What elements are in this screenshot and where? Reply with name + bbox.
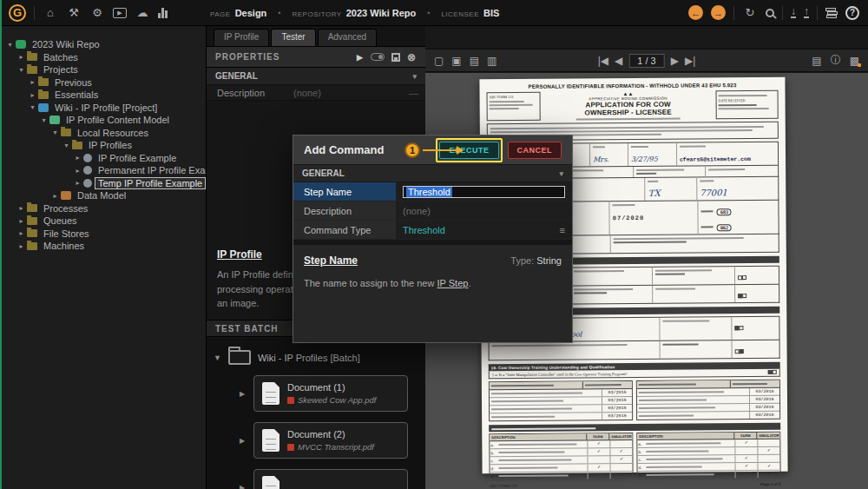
tree-item-machines[interactable]: Machines [0,240,206,253]
expander-icon[interactable] [73,179,82,187]
run-icon[interactable]: ▶ [357,53,364,62]
tree-item-ip-profiles[interactable]: IP Profiles [0,139,206,152]
first-page-icon[interactable]: |◀ [598,55,608,67]
tree-item-local-resources[interactable]: Local Resources [0,127,206,140]
tree-item-previous[interactable]: Previous [0,76,206,89]
thumbnails-icon[interactable]: ▤ [470,55,479,67]
help-icon[interactable]: ? [845,6,859,20]
expander-icon[interactable] [16,53,26,61]
chevron-down-icon[interactable]: ▾ [559,169,563,178]
tree-item-content-model[interactable]: IP Profile Content Model [0,114,206,127]
chart-icon[interactable] [158,8,168,18]
expander-icon[interactable]: ▶ [240,437,250,445]
tree-item-file-stores[interactable]: File Stores [0,228,206,241]
tree-item-repo[interactable]: 2023 Wiki Repo [0,38,206,51]
tree-item-temp-ip-profile-example[interactable]: Temp IP Profile Example [0,177,206,190]
prev-page-icon[interactable]: ◀ [615,55,622,67]
expander-icon[interactable]: ▶ [240,484,250,489]
select-region-icon[interactable]: ▣ [451,55,461,67]
description-value[interactable]: (none) [293,88,321,98]
document-card-2[interactable]: Document (2) MVCC Transcript.pdf [253,422,408,459]
image-icon[interactable]: ▥ [487,55,496,67]
video-icon[interactable]: ▶ [113,8,127,18]
batch-root-item[interactable]: ▼ Wiki - IP Profiles [Batch] [214,350,425,365]
expander-icon[interactable] [62,142,71,149]
tree-item-processes[interactable]: Processes [0,202,206,215]
expander-icon[interactable] [16,217,26,225]
print-icon[interactable]: ▤ [812,55,821,67]
expander-icon[interactable] [16,229,26,237]
step-name-value: Threshold [406,187,452,197]
expander-icon[interactable] [39,116,49,124]
tab-tester[interactable]: Tester [271,29,315,46]
info-icon[interactable]: ⓘ [831,53,841,68]
tab-ip-profile[interactable]: IP Profile [214,29,269,46]
cancel-button[interactable]: CANCEL [508,142,562,159]
toggle-icon[interactable] [371,53,385,61]
gear-icon[interactable]: ⚙ [89,6,105,19]
ip-step-link[interactable]: IP Step [437,278,468,288]
home-icon[interactable]: ⌂ [43,6,58,19]
cloud-upload-icon[interactable]: ☁ [135,6,150,19]
document-card-3-clipped[interactable] [253,469,408,489]
page-value[interactable]: Design [235,8,267,18]
document-row: ▶ [240,469,425,489]
fit-page-icon[interactable]: ▢ [434,55,444,67]
tree-item-batches[interactable]: Batches [0,51,206,64]
page-indicator[interactable]: 1 / 3 [628,54,664,68]
expander-icon[interactable] [16,242,26,250]
refresh-icon[interactable]: ↻ [742,6,758,19]
next-page-icon[interactable]: ▶ [671,55,679,67]
ellipsis-icon[interactable]: — [409,88,418,98]
layers-icon[interactable] [825,8,838,18]
expander-icon[interactable] [16,204,26,212]
repository-value[interactable]: 2023 Wiki Repo [346,8,417,18]
display-settings-icon[interactable]: ▩ [850,55,859,67]
expander-icon[interactable] [73,154,82,162]
tree-item-wiki-project[interactable]: Wiki - IP Profile [Project] [0,102,206,115]
close-icon[interactable]: ⊗ [407,53,417,62]
expander-icon[interactable]: ▶ [240,390,250,398]
expander-icon[interactable] [28,91,37,99]
tree-item-projects[interactable]: Projects [0,63,206,76]
tree-item-data-model[interactable]: Data Model [0,189,206,202]
last-page-icon[interactable]: ▶| [685,55,695,67]
dialog-general-header[interactable]: GENERAL ▾ [293,165,572,182]
description-value[interactable]: (none) [396,202,572,220]
expander-icon[interactable] [28,78,37,86]
expander-icon[interactable] [50,129,60,136]
tools-icon[interactable]: ⚒ [66,6,82,19]
expander-icon[interactable] [50,192,60,200]
save-icon[interactable] [391,53,400,62]
tree-item-queues[interactable]: Queues [0,215,206,228]
back-button[interactable]: ← [688,5,703,20]
description-property-row[interactable]: Description (none) — [207,85,425,101]
command-type-row[interactable]: Command Type Threshold ≡ [293,221,572,240]
upload-icon[interactable]: ↑ [804,7,809,18]
command-type-value[interactable]: Threshold [403,225,445,235]
chevron-down-icon[interactable]: ▾ [412,72,417,81]
menu-icon[interactable]: ≡ [560,225,565,235]
folder-icon [27,66,37,74]
step-name-input[interactable]: Threshold [403,186,565,198]
expander-icon[interactable]: ▼ [214,354,221,362]
tree-item-essentials[interactable]: Essentials [0,89,206,102]
tab-advanced[interactable]: Advanced [318,29,377,46]
expander-icon[interactable] [73,167,82,175]
forward-button[interactable]: → [711,5,726,20]
expander-icon[interactable] [5,41,15,49]
divider [817,6,818,20]
description-row[interactable]: Description (none) [293,202,572,221]
document-card-1[interactable]: Document (1) Skewed Cow App.pdf [253,375,408,412]
tree-item-ip-profile-example[interactable]: IP Profile Example [0,152,206,165]
search-icon[interactable] [766,9,774,17]
expander-icon[interactable] [28,103,37,111]
window-edge-accent [0,0,2,489]
controller-question-row: 1-a. Is a "Steer Manipulation Controller… [489,369,780,379]
app-logo[interactable]: G [9,4,26,22]
general-section-header[interactable]: GENERAL ▾ [207,68,425,85]
training-table-right: 03/2016 03/2016 03/2016 03/2016 [636,380,780,420]
download-icon[interactable]: ↓ [791,7,796,18]
tree-item-permanent-ip-profile-example[interactable]: Permanent IP Profile Example [0,164,206,177]
expander-icon[interactable] [16,66,26,74]
